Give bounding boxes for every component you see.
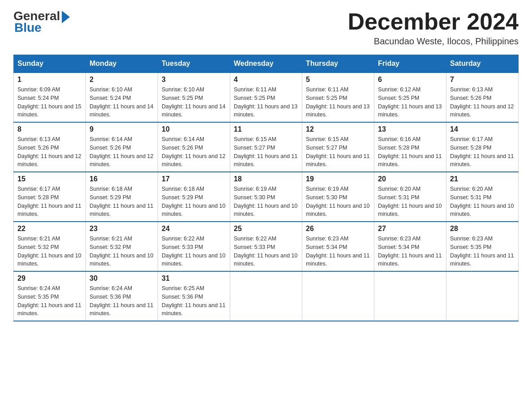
daylight-label: Daylight: 11 hours and 11 minutes.: [162, 302, 225, 317]
day-info: Sunrise: 6:09 AM Sunset: 5:24 PM Dayligh…: [17, 86, 82, 119]
sunrise-label: Sunrise: 6:19 AM: [306, 186, 348, 192]
calendar-cell: 7 Sunrise: 6:13 AM Sunset: 5:26 PM Dayli…: [446, 73, 519, 122]
daylight-label: Daylight: 11 hours and 10 minutes.: [17, 253, 81, 267]
sunset-label: Sunset: 5:25 PM: [234, 95, 275, 101]
sunset-label: Sunset: 5:33 PM: [234, 244, 275, 250]
sunrise-label: Sunrise: 6:14 AM: [90, 136, 132, 142]
sunset-label: Sunset: 5:27 PM: [306, 145, 347, 151]
calendar-cell: 29 Sunrise: 6:24 AM Sunset: 5:35 PM Dayl…: [14, 271, 86, 321]
calendar-header-monday: Monday: [86, 55, 158, 73]
day-number: 15: [17, 175, 82, 183]
day-info: Sunrise: 6:18 AM Sunset: 5:29 PM Dayligh…: [162, 185, 226, 218]
day-info: Sunrise: 6:14 AM Sunset: 5:26 PM Dayligh…: [162, 135, 226, 169]
calendar-cell: 26 Sunrise: 6:23 AM Sunset: 5:34 PM Dayl…: [302, 222, 374, 271]
daylight-label: Daylight: 11 hours and 11 minutes.: [450, 253, 514, 267]
day-info: Sunrise: 6:11 AM Sunset: 5:25 PM Dayligh…: [306, 86, 370, 119]
daylight-label: Daylight: 11 hours and 11 minutes.: [17, 203, 81, 218]
daylight-label: Daylight: 11 hours and 10 minutes.: [378, 203, 442, 218]
day-info: Sunrise: 6:23 AM Sunset: 5:34 PM Dayligh…: [378, 235, 442, 268]
calendar-header-row: SundayMondayTuesdayWednesdayThursdayFrid…: [14, 55, 519, 73]
day-info: Sunrise: 6:24 AM Sunset: 5:36 PM Dayligh…: [90, 284, 154, 318]
daylight-label: Daylight: 11 hours and 11 minutes.: [306, 153, 369, 168]
calendar-cell: 14 Sunrise: 6:17 AM Sunset: 5:28 PM Dayl…: [446, 122, 519, 172]
daylight-label: Daylight: 11 hours and 13 minutes.: [234, 103, 297, 118]
sunrise-label: Sunrise: 6:24 AM: [17, 285, 60, 291]
sunset-label: Sunset: 5:32 PM: [90, 244, 131, 250]
calendar-week-row: 15 Sunrise: 6:17 AM Sunset: 5:28 PM Dayl…: [14, 172, 519, 222]
calendar-cell: 18 Sunrise: 6:19 AM Sunset: 5:30 PM Dayl…: [230, 172, 302, 222]
day-number: 13: [378, 125, 442, 133]
calendar-cell: 9 Sunrise: 6:14 AM Sunset: 5:26 PM Dayli…: [86, 122, 158, 172]
calendar-cell: 30 Sunrise: 6:24 AM Sunset: 5:36 PM Dayl…: [86, 271, 158, 321]
calendar-cell: 17 Sunrise: 6:18 AM Sunset: 5:29 PM Dayl…: [158, 172, 230, 222]
day-number: 23: [90, 225, 154, 233]
calendar-header-saturday: Saturday: [446, 55, 519, 73]
day-number: 8: [17, 125, 82, 133]
day-number: 22: [17, 225, 82, 233]
day-number: 30: [90, 274, 154, 283]
sunrise-label: Sunrise: 6:18 AM: [90, 186, 132, 192]
sunrise-label: Sunrise: 6:25 AM: [162, 285, 204, 291]
day-number: 12: [306, 125, 370, 133]
daylight-label: Daylight: 11 hours and 12 minutes.: [450, 103, 514, 118]
calendar-cell: 10 Sunrise: 6:14 AM Sunset: 5:26 PM Dayl…: [158, 122, 230, 172]
calendar-cell: 3 Sunrise: 6:10 AM Sunset: 5:25 PM Dayli…: [158, 73, 230, 122]
calendar-cell: 15 Sunrise: 6:17 AM Sunset: 5:28 PM Dayl…: [14, 172, 86, 222]
calendar-header-tuesday: Tuesday: [158, 55, 230, 73]
sunrise-label: Sunrise: 6:17 AM: [450, 136, 493, 142]
sunrise-label: Sunrise: 6:10 AM: [162, 86, 204, 93]
sunrise-label: Sunrise: 6:23 AM: [306, 235, 348, 242]
day-info: Sunrise: 6:18 AM Sunset: 5:29 PM Dayligh…: [90, 185, 154, 218]
calendar-cell: [230, 271, 302, 321]
day-number: 4: [234, 76, 298, 84]
calendar-cell: 19 Sunrise: 6:19 AM Sunset: 5:30 PM Dayl…: [302, 172, 374, 222]
daylight-label: Daylight: 11 hours and 13 minutes.: [378, 103, 442, 118]
daylight-label: Daylight: 11 hours and 11 minutes.: [17, 302, 81, 317]
sunset-label: Sunset: 5:31 PM: [450, 194, 491, 201]
day-info: Sunrise: 6:10 AM Sunset: 5:25 PM Dayligh…: [162, 86, 226, 119]
day-info: Sunrise: 6:23 AM Sunset: 5:34 PM Dayligh…: [306, 235, 370, 268]
daylight-label: Daylight: 11 hours and 10 minutes.: [450, 203, 514, 218]
day-info: Sunrise: 6:14 AM Sunset: 5:26 PM Dayligh…: [90, 135, 154, 169]
calendar-cell: 16 Sunrise: 6:18 AM Sunset: 5:29 PM Dayl…: [86, 172, 158, 222]
sunset-label: Sunset: 5:35 PM: [17, 294, 59, 300]
sunset-label: Sunset: 5:26 PM: [450, 95, 491, 101]
calendar-cell: 21 Sunrise: 6:20 AM Sunset: 5:31 PM Dayl…: [446, 172, 519, 222]
sunset-label: Sunset: 5:34 PM: [378, 244, 419, 250]
day-number: 11: [234, 125, 298, 133]
calendar-cell: 6 Sunrise: 6:12 AM Sunset: 5:25 PM Dayli…: [374, 73, 446, 122]
sunrise-label: Sunrise: 6:20 AM: [378, 186, 420, 192]
daylight-label: Daylight: 11 hours and 10 minutes.: [162, 203, 225, 218]
daylight-label: Daylight: 11 hours and 12 minutes.: [162, 153, 225, 168]
month-title: December 2024: [348, 9, 519, 34]
sunrise-label: Sunrise: 6:16 AM: [378, 136, 420, 142]
calendar-cell: [374, 271, 446, 321]
day-number: 25: [234, 225, 298, 233]
day-info: Sunrise: 6:22 AM Sunset: 5:33 PM Dayligh…: [162, 235, 226, 268]
sunset-label: Sunset: 5:36 PM: [90, 294, 131, 300]
daylight-label: Daylight: 11 hours and 11 minutes.: [378, 253, 442, 267]
sunrise-label: Sunrise: 6:13 AM: [17, 136, 60, 142]
sunset-label: Sunset: 5:25 PM: [306, 95, 347, 101]
sunrise-label: Sunrise: 6:09 AM: [17, 86, 60, 93]
calendar-cell: 2 Sunrise: 6:10 AM Sunset: 5:24 PM Dayli…: [86, 73, 158, 122]
daylight-label: Daylight: 11 hours and 14 minutes.: [162, 103, 225, 118]
sunset-label: Sunset: 5:25 PM: [162, 95, 203, 101]
calendar-cell: 27 Sunrise: 6:23 AM Sunset: 5:34 PM Dayl…: [374, 222, 446, 271]
day-number: 28: [450, 225, 515, 233]
daylight-label: Daylight: 11 hours and 13 minutes.: [306, 103, 369, 118]
day-info: Sunrise: 6:15 AM Sunset: 5:27 PM Dayligh…: [234, 135, 298, 169]
sunset-label: Sunset: 5:26 PM: [162, 145, 203, 151]
location-title: Bacundao Weste, Ilocos, Philippines: [348, 36, 519, 47]
sunset-label: Sunset: 5:29 PM: [90, 194, 131, 201]
calendar-cell: 11 Sunrise: 6:15 AM Sunset: 5:27 PM Dayl…: [230, 122, 302, 172]
calendar-cell: 23 Sunrise: 6:21 AM Sunset: 5:32 PM Dayl…: [86, 222, 158, 271]
sunset-label: Sunset: 5:27 PM: [234, 145, 275, 151]
calendar-header-wednesday: Wednesday: [230, 55, 302, 73]
daylight-label: Daylight: 11 hours and 11 minutes.: [90, 203, 153, 218]
sunset-label: Sunset: 5:25 PM: [378, 95, 419, 101]
sunrise-label: Sunrise: 6:15 AM: [234, 136, 276, 142]
sunset-label: Sunset: 5:24 PM: [90, 95, 131, 101]
logo-blue-text: Blue: [14, 21, 42, 35]
sunset-label: Sunset: 5:26 PM: [17, 145, 59, 151]
